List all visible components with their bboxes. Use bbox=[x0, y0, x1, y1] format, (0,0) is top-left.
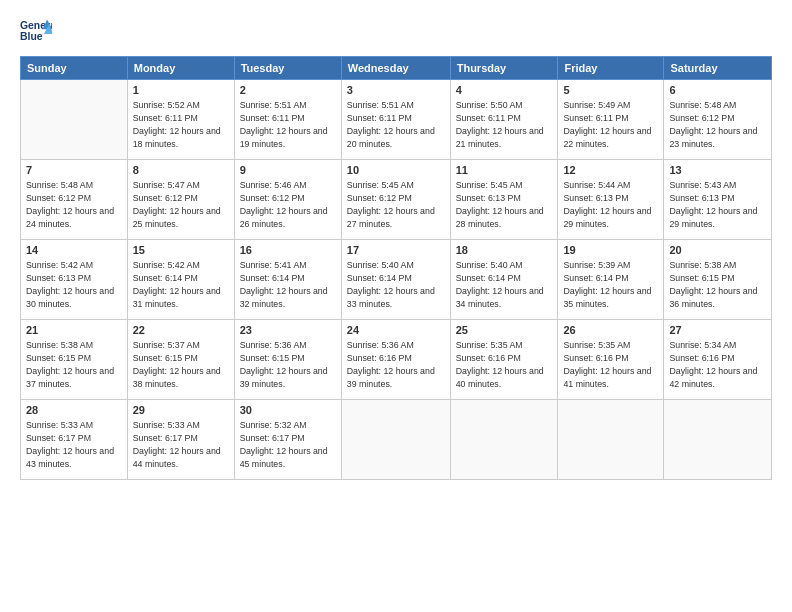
day-number: 29 bbox=[133, 403, 229, 418]
calendar-cell: 1Sunrise: 5:52 AM Sunset: 6:11 PM Daylig… bbox=[127, 80, 234, 160]
calendar-cell bbox=[664, 400, 772, 480]
day-info: Sunrise: 5:38 AM Sunset: 6:15 PM Dayligh… bbox=[669, 259, 766, 310]
day-info: Sunrise: 5:46 AM Sunset: 6:12 PM Dayligh… bbox=[240, 179, 336, 230]
calendar-cell: 12Sunrise: 5:44 AM Sunset: 6:13 PM Dayli… bbox=[558, 160, 664, 240]
day-info: Sunrise: 5:33 AM Sunset: 6:17 PM Dayligh… bbox=[26, 419, 122, 470]
day-number: 19 bbox=[563, 243, 658, 258]
day-info: Sunrise: 5:47 AM Sunset: 6:12 PM Dayligh… bbox=[133, 179, 229, 230]
calendar-table: SundayMondayTuesdayWednesdayThursdayFrid… bbox=[20, 56, 772, 480]
calendar-cell: 26Sunrise: 5:35 AM Sunset: 6:16 PM Dayli… bbox=[558, 320, 664, 400]
calendar-cell: 27Sunrise: 5:34 AM Sunset: 6:16 PM Dayli… bbox=[664, 320, 772, 400]
calendar-week-1: 7Sunrise: 5:48 AM Sunset: 6:12 PM Daylig… bbox=[21, 160, 772, 240]
day-number: 23 bbox=[240, 323, 336, 338]
calendar-cell: 22Sunrise: 5:37 AM Sunset: 6:15 PM Dayli… bbox=[127, 320, 234, 400]
day-number: 10 bbox=[347, 163, 445, 178]
day-info: Sunrise: 5:44 AM Sunset: 6:13 PM Dayligh… bbox=[563, 179, 658, 230]
day-number: 16 bbox=[240, 243, 336, 258]
calendar-cell: 4Sunrise: 5:50 AM Sunset: 6:11 PM Daylig… bbox=[450, 80, 558, 160]
day-info: Sunrise: 5:40 AM Sunset: 6:14 PM Dayligh… bbox=[347, 259, 445, 310]
weekday-monday: Monday bbox=[127, 57, 234, 80]
day-number: 8 bbox=[133, 163, 229, 178]
day-info: Sunrise: 5:34 AM Sunset: 6:16 PM Dayligh… bbox=[669, 339, 766, 390]
calendar-cell: 3Sunrise: 5:51 AM Sunset: 6:11 PM Daylig… bbox=[341, 80, 450, 160]
calendar-cell: 7Sunrise: 5:48 AM Sunset: 6:12 PM Daylig… bbox=[21, 160, 128, 240]
day-number: 24 bbox=[347, 323, 445, 338]
day-number: 22 bbox=[133, 323, 229, 338]
calendar-cell: 24Sunrise: 5:36 AM Sunset: 6:16 PM Dayli… bbox=[341, 320, 450, 400]
weekday-wednesday: Wednesday bbox=[341, 57, 450, 80]
day-info: Sunrise: 5:32 AM Sunset: 6:17 PM Dayligh… bbox=[240, 419, 336, 470]
calendar-cell: 15Sunrise: 5:42 AM Sunset: 6:14 PM Dayli… bbox=[127, 240, 234, 320]
day-info: Sunrise: 5:51 AM Sunset: 6:11 PM Dayligh… bbox=[347, 99, 445, 150]
calendar-week-3: 21Sunrise: 5:38 AM Sunset: 6:15 PM Dayli… bbox=[21, 320, 772, 400]
calendar-cell: 2Sunrise: 5:51 AM Sunset: 6:11 PM Daylig… bbox=[234, 80, 341, 160]
calendar-cell: 23Sunrise: 5:36 AM Sunset: 6:15 PM Dayli… bbox=[234, 320, 341, 400]
day-info: Sunrise: 5:43 AM Sunset: 6:13 PM Dayligh… bbox=[669, 179, 766, 230]
calendar-cell: 17Sunrise: 5:40 AM Sunset: 6:14 PM Dayli… bbox=[341, 240, 450, 320]
calendar-cell: 9Sunrise: 5:46 AM Sunset: 6:12 PM Daylig… bbox=[234, 160, 341, 240]
day-number: 26 bbox=[563, 323, 658, 338]
day-info: Sunrise: 5:49 AM Sunset: 6:11 PM Dayligh… bbox=[563, 99, 658, 150]
day-info: Sunrise: 5:36 AM Sunset: 6:16 PM Dayligh… bbox=[347, 339, 445, 390]
day-number: 30 bbox=[240, 403, 336, 418]
calendar-cell: 8Sunrise: 5:47 AM Sunset: 6:12 PM Daylig… bbox=[127, 160, 234, 240]
calendar-cell: 28Sunrise: 5:33 AM Sunset: 6:17 PM Dayli… bbox=[21, 400, 128, 480]
calendar-week-0: 1Sunrise: 5:52 AM Sunset: 6:11 PM Daylig… bbox=[21, 80, 772, 160]
day-info: Sunrise: 5:41 AM Sunset: 6:14 PM Dayligh… bbox=[240, 259, 336, 310]
page: General Blue SundayMondayTuesdayWednesda… bbox=[0, 0, 792, 612]
day-info: Sunrise: 5:38 AM Sunset: 6:15 PM Dayligh… bbox=[26, 339, 122, 390]
day-number: 15 bbox=[133, 243, 229, 258]
day-info: Sunrise: 5:39 AM Sunset: 6:14 PM Dayligh… bbox=[563, 259, 658, 310]
day-info: Sunrise: 5:36 AM Sunset: 6:15 PM Dayligh… bbox=[240, 339, 336, 390]
logo-icon: General Blue bbox=[20, 18, 52, 46]
calendar-cell: 13Sunrise: 5:43 AM Sunset: 6:13 PM Dayli… bbox=[664, 160, 772, 240]
weekday-sunday: Sunday bbox=[21, 57, 128, 80]
day-number: 25 bbox=[456, 323, 553, 338]
day-info: Sunrise: 5:50 AM Sunset: 6:11 PM Dayligh… bbox=[456, 99, 553, 150]
weekday-header-row: SundayMondayTuesdayWednesdayThursdayFrid… bbox=[21, 57, 772, 80]
calendar-cell: 5Sunrise: 5:49 AM Sunset: 6:11 PM Daylig… bbox=[558, 80, 664, 160]
weekday-saturday: Saturday bbox=[664, 57, 772, 80]
calendar-cell bbox=[21, 80, 128, 160]
calendar-cell: 10Sunrise: 5:45 AM Sunset: 6:12 PM Dayli… bbox=[341, 160, 450, 240]
day-number: 1 bbox=[133, 83, 229, 98]
day-number: 7 bbox=[26, 163, 122, 178]
day-number: 17 bbox=[347, 243, 445, 258]
calendar-cell bbox=[450, 400, 558, 480]
day-info: Sunrise: 5:45 AM Sunset: 6:13 PM Dayligh… bbox=[456, 179, 553, 230]
weekday-thursday: Thursday bbox=[450, 57, 558, 80]
calendar-week-4: 28Sunrise: 5:33 AM Sunset: 6:17 PM Dayli… bbox=[21, 400, 772, 480]
calendar-cell: 19Sunrise: 5:39 AM Sunset: 6:14 PM Dayli… bbox=[558, 240, 664, 320]
day-number: 2 bbox=[240, 83, 336, 98]
calendar-cell: 6Sunrise: 5:48 AM Sunset: 6:12 PM Daylig… bbox=[664, 80, 772, 160]
calendar-cell: 16Sunrise: 5:41 AM Sunset: 6:14 PM Dayli… bbox=[234, 240, 341, 320]
day-info: Sunrise: 5:40 AM Sunset: 6:14 PM Dayligh… bbox=[456, 259, 553, 310]
calendar-cell: 29Sunrise: 5:33 AM Sunset: 6:17 PM Dayli… bbox=[127, 400, 234, 480]
weekday-tuesday: Tuesday bbox=[234, 57, 341, 80]
day-number: 3 bbox=[347, 83, 445, 98]
calendar-week-2: 14Sunrise: 5:42 AM Sunset: 6:13 PM Dayli… bbox=[21, 240, 772, 320]
day-number: 13 bbox=[669, 163, 766, 178]
day-number: 27 bbox=[669, 323, 766, 338]
day-number: 14 bbox=[26, 243, 122, 258]
day-info: Sunrise: 5:45 AM Sunset: 6:12 PM Dayligh… bbox=[347, 179, 445, 230]
day-info: Sunrise: 5:37 AM Sunset: 6:15 PM Dayligh… bbox=[133, 339, 229, 390]
calendar-cell: 25Sunrise: 5:35 AM Sunset: 6:16 PM Dayli… bbox=[450, 320, 558, 400]
day-info: Sunrise: 5:35 AM Sunset: 6:16 PM Dayligh… bbox=[563, 339, 658, 390]
calendar-cell bbox=[558, 400, 664, 480]
weekday-friday: Friday bbox=[558, 57, 664, 80]
calendar-cell: 14Sunrise: 5:42 AM Sunset: 6:13 PM Dayli… bbox=[21, 240, 128, 320]
calendar-cell: 21Sunrise: 5:38 AM Sunset: 6:15 PM Dayli… bbox=[21, 320, 128, 400]
calendar-cell: 20Sunrise: 5:38 AM Sunset: 6:15 PM Dayli… bbox=[664, 240, 772, 320]
day-number: 9 bbox=[240, 163, 336, 178]
day-number: 6 bbox=[669, 83, 766, 98]
calendar-cell bbox=[341, 400, 450, 480]
day-number: 11 bbox=[456, 163, 553, 178]
day-number: 18 bbox=[456, 243, 553, 258]
day-info: Sunrise: 5:42 AM Sunset: 6:14 PM Dayligh… bbox=[133, 259, 229, 310]
day-info: Sunrise: 5:33 AM Sunset: 6:17 PM Dayligh… bbox=[133, 419, 229, 470]
calendar-body: 1Sunrise: 5:52 AM Sunset: 6:11 PM Daylig… bbox=[21, 80, 772, 480]
day-info: Sunrise: 5:35 AM Sunset: 6:16 PM Dayligh… bbox=[456, 339, 553, 390]
day-info: Sunrise: 5:51 AM Sunset: 6:11 PM Dayligh… bbox=[240, 99, 336, 150]
svg-text:Blue: Blue bbox=[20, 31, 43, 42]
